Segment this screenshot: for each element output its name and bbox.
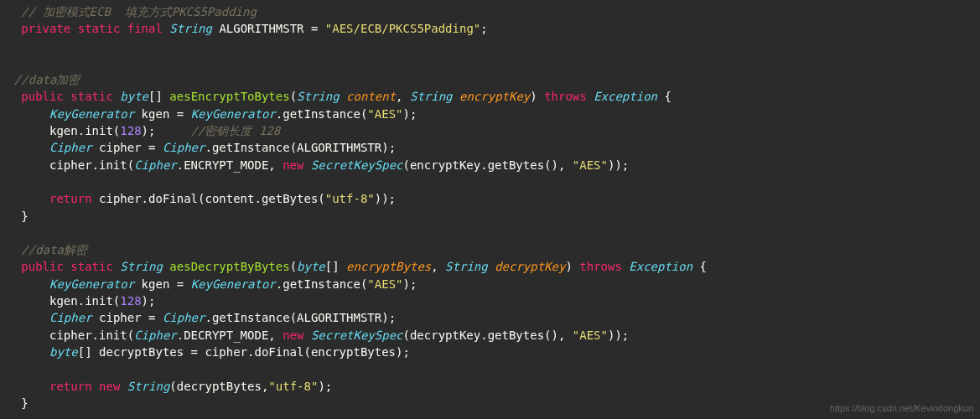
brace: { [692, 260, 707, 273]
var: cipher [99, 141, 142, 154]
var: kgen [142, 277, 170, 291]
param-type: String [297, 90, 340, 103]
param-name: decryptKey [495, 260, 565, 273]
comment: // 加密模式ECB 填充方式PKCS5Padding [21, 5, 257, 18]
kw-private: private [21, 22, 70, 35]
brackets: [] [325, 260, 340, 273]
args: (encryptKey.getBytes(), [403, 158, 573, 172]
kw-new: new [99, 380, 120, 393]
stmt: decryptBytes = cipher.doFinal(encryptByt… [92, 345, 410, 359]
call: cipher.init( [49, 328, 134, 342]
end: )); [375, 192, 396, 205]
arg: ALGORITHMSTR [297, 311, 381, 324]
param-type: byte [297, 260, 325, 273]
kw-final: final [127, 22, 163, 35]
op: = [169, 277, 190, 291]
method-name: aesEncryptToBytes [169, 90, 289, 103]
param-type: String [445, 260, 488, 273]
string-literal: "AES" [573, 328, 608, 342]
field: .DECRYPT_MODE [177, 328, 269, 342]
var: kgen [142, 107, 170, 121]
type-exception: Exception [594, 90, 657, 103]
paren: ( [290, 260, 297, 273]
arg: ALGORITHMSTR [297, 141, 381, 154]
kw-static: static [78, 22, 121, 35]
string-literal: "AES" [573, 158, 608, 172]
comment: //data解密 [21, 243, 87, 256]
comment: //密钥长度 128 [191, 124, 281, 137]
kw-public: public [21, 260, 64, 273]
comma: , [268, 328, 283, 342]
type: KeyGenerator [191, 107, 276, 121]
end: ); [142, 294, 156, 308]
type: KeyGenerator [49, 277, 134, 291]
type: KeyGenerator [49, 107, 134, 121]
brackets: [] [78, 345, 92, 359]
expr: cipher.doFinal(content.getBytes( [92, 192, 325, 205]
end: ); [403, 277, 417, 291]
number: 128 [120, 294, 141, 308]
comment: //data加密 [14, 73, 80, 86]
brace: { [657, 90, 671, 103]
type: Cipher [49, 141, 92, 154]
kw-public: public [21, 90, 64, 103]
field: .ENCRYPT_MODE [177, 158, 269, 172]
type-string: String [127, 380, 170, 393]
kw-new: new [283, 158, 303, 172]
param-name: encryptKey [459, 90, 530, 103]
type: Cipher [49, 311, 92, 324]
end: ); [403, 107, 417, 121]
kw-throws: throws [579, 260, 622, 273]
args: (decryptBytes, [169, 380, 268, 393]
end: ); [381, 141, 396, 154]
type: KeyGenerator [191, 277, 276, 291]
param-name: encryptBytes [346, 260, 431, 273]
call: .getInstance( [276, 277, 368, 291]
type-string: String [169, 22, 212, 35]
end: )); [608, 328, 629, 342]
call: kgen.init( [49, 294, 120, 308]
call: .getInstance( [205, 141, 297, 154]
comma: , [268, 158, 283, 172]
kw-return: return [49, 192, 92, 205]
string-literal: "AES" [367, 277, 402, 291]
kw-return: return [49, 380, 92, 393]
semi: ; [480, 22, 487, 35]
code-block: // 加密模式ECB 填充方式PKCS5Padding private stat… [0, 0, 980, 411]
string-literal: "utf-8" [268, 380, 318, 393]
end: )); [608, 158, 629, 172]
type: Cipher [163, 311, 205, 324]
method-name: aesDecryptByBytes [169, 260, 289, 273]
kw-new: new [283, 328, 303, 342]
param-name: content [346, 90, 396, 103]
type-string: String [120, 260, 163, 273]
paren: ) [565, 260, 579, 273]
paren: ) [530, 90, 544, 103]
watermark: https://blog.csdn.net/Kevindongkun [830, 402, 973, 416]
end: ); [142, 124, 156, 137]
comma: , [396, 90, 410, 103]
kw-static: static [70, 260, 113, 273]
op: = [169, 107, 190, 121]
type: SecretKeySpec [311, 158, 403, 172]
type: SecretKeySpec [311, 328, 403, 342]
kw-static: static [70, 90, 113, 103]
brackets: [] [148, 90, 163, 103]
string-literal: "AES/ECB/PKCS5Padding" [325, 22, 480, 35]
type-byte: byte [49, 345, 78, 359]
string-literal: "AES" [367, 107, 402, 121]
args: (decryptKey.getBytes(), [403, 328, 573, 342]
param-type: String [410, 90, 453, 103]
op: = [304, 22, 325, 35]
paren: ( [290, 90, 297, 103]
type: Cipher [134, 158, 177, 172]
number: 128 [120, 124, 141, 137]
end: ); [381, 311, 396, 324]
type: Cipher [134, 328, 177, 342]
brace: } [21, 210, 28, 223]
op: = [142, 141, 163, 154]
call: cipher.init( [49, 158, 134, 172]
kw-throws: throws [544, 90, 587, 103]
end: ); [318, 380, 332, 393]
op: = [142, 311, 163, 324]
